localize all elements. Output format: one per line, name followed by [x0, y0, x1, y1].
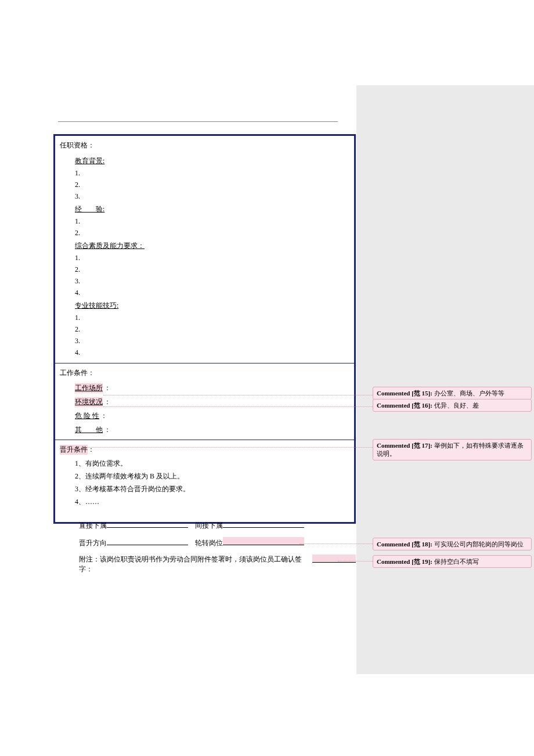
list-item: 1.: [75, 217, 349, 226]
comment-text: 保持空白不填写: [432, 558, 479, 565]
comment-label: Commented [范 18]:: [377, 541, 432, 548]
condition-row-other: 其 他：: [55, 422, 354, 440]
list-item: 1、有岗位需求。: [75, 459, 349, 469]
horizontal-rule: [58, 121, 338, 122]
label-direct-sub: 直接下属: [79, 521, 107, 531]
list-item: 2、连续两年绩效考核为 B 及以上。: [75, 471, 349, 481]
list-item: 4.: [75, 348, 349, 357]
label-indirect-sub: 间接下属: [195, 521, 223, 531]
label-environment: 环境状况: [75, 397, 103, 407]
footer-row-1: 直接下属 间接下属: [53, 520, 356, 531]
section-title-text: 晋升条件: [60, 445, 88, 455]
condition-row-risk: 危 险 性：: [55, 408, 354, 422]
subhead-skills: 专业技能技巧:: [75, 301, 349, 311]
colon: ：: [104, 397, 111, 407]
comment-connector: [300, 543, 373, 544]
list-item: 4.: [75, 289, 349, 297]
condition-row-workplace: 工作场所：: [55, 380, 354, 394]
list-item: 3、经考核基本符合晋升岗位的要求。: [75, 484, 349, 494]
comment-label: Commented [范 16]:: [377, 402, 432, 409]
comment-label: Commented [范 19]:: [377, 558, 432, 565]
list-item: 2.: [75, 325, 349, 334]
comment-label: Commented [范 15]:: [377, 390, 432, 397]
list-item: 2.: [75, 229, 349, 237]
list-item: 2.: [75, 181, 349, 189]
colon: ：: [104, 425, 111, 435]
blank-line: [223, 520, 304, 528]
comment-label: Commented [范 17]:: [377, 442, 432, 449]
comment-connector: [86, 447, 373, 448]
comment-text: 办公室、商场、户外等等: [432, 390, 504, 397]
blank-line-rotation: [223, 537, 304, 545]
comment-balloon-19: Commented [范 19]: 保持空白不填写: [373, 555, 532, 568]
comment-connector: [338, 561, 373, 561]
comment-balloon-17: Commented [范 17]: 举例如下，如有特殊要求请逐条说明。: [373, 439, 532, 460]
list-item: 3.: [75, 337, 349, 345]
comment-balloon-15: Commented [范 15]: 办公室、商场、户外等等: [373, 387, 532, 399]
section-title: 任职资格：: [55, 136, 354, 153]
section-qualifications: 任职资格： 教育背景: 1. 2. 3. 经 验: 1. 2. 综合素质及能力要…: [55, 136, 354, 363]
section-body: 教育背景: 1. 2. 3. 经 验: 1. 2. 综合素质及能力要求： 1. …: [55, 156, 354, 363]
list-item: 1.: [75, 169, 349, 178]
list-item: 3.: [75, 192, 349, 201]
colon: ：: [104, 383, 111, 393]
comment-text: 可实现公司内部轮岗的同等岗位: [432, 541, 524, 548]
subhead-competence: 综合素质及能力要求：: [75, 241, 349, 251]
label-other: 其 他: [75, 425, 103, 435]
blank-line: [107, 537, 188, 545]
subhead-experience: 经 验:: [75, 204, 349, 214]
list-item: 2.: [75, 265, 349, 274]
comment-connector: [103, 395, 373, 395]
section-promotion: 晋升条件： 1、有岗位需求。 2、连续两年绩效考核为 B 及以上。 3、经考核基…: [55, 440, 354, 522]
comment-balloon-16: Commented [范 16]: 优异、良好、差: [373, 399, 532, 412]
list-item: 1.: [75, 254, 349, 262]
list-item: 1.: [75, 314, 349, 322]
footer-row-2: 晋升方向 轮转岗位: [53, 537, 356, 548]
comment-text: 优异、良好、差: [432, 402, 479, 409]
section-title-row: 晋升条件：: [55, 440, 354, 456]
comment-margin: [356, 85, 534, 674]
blank-line: [107, 520, 188, 528]
comment-connector: [103, 406, 373, 407]
section-title: 工作条件：: [55, 363, 354, 380]
subhead-education: 教育背景:: [75, 156, 349, 166]
label-workplace: 工作场所: [75, 383, 103, 393]
form-container: 任职资格： 教育背景: 1. 2. 3. 经 验: 1. 2. 综合素质及能力要…: [53, 134, 356, 524]
label-promotion-dir: 晋升方向: [79, 538, 107, 548]
footer-note: 附注：该岗位职责说明书作为劳动合同附件签署时，须该岗位员工确认签字：: [53, 555, 356, 574]
label-rotation: 轮转岗位: [195, 538, 223, 548]
section-body: 1、有岗位需求。 2、连续两年绩效考核为 B 及以上。 3、经考核基本符合晋升岗…: [55, 459, 354, 522]
list-item: 3.: [75, 277, 349, 286]
list-item: 4、……: [75, 497, 349, 507]
label-risk: 危 险 性: [75, 411, 99, 421]
comment-balloon-18: Commented [范 18]: 可实现公司内部轮岗的同等岗位: [373, 538, 532, 550]
section-workconditions: 工作条件： 工作场所： 环境状况： 危 险 性： 其 他：: [55, 363, 354, 440]
colon: ：: [100, 411, 107, 421]
note-text: 附注：该岗位职责说明书作为劳动合同附件签署时，须该岗位员工确认签字：: [79, 555, 312, 574]
